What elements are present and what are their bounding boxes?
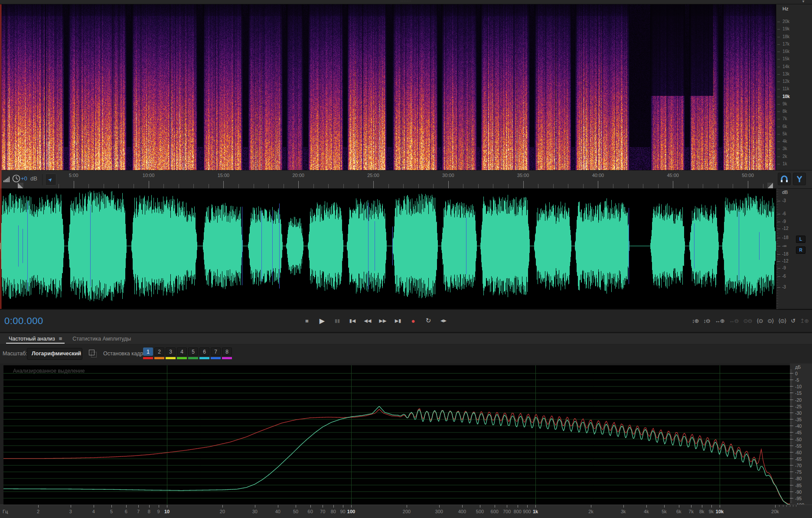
frequency-tick	[159, 505, 159, 508]
zoom-selection-button[interactable]: ⟨⊙⟩	[778, 318, 786, 324]
hold-frame-button-6[interactable]: 6	[199, 348, 209, 359]
panel-menu-arrow-icon[interactable]: ▼	[802, 0, 805, 3]
hz-scale-tick	[777, 82, 780, 82]
scale-dropdown[interactable]: Логарифмический ▾	[27, 348, 82, 360]
hold-frame-number: 5	[188, 348, 198, 356]
db-scale-tick	[777, 222, 780, 222]
hz-scale-label: 3k	[783, 146, 787, 151]
clock-icon[interactable]	[12, 174, 20, 183]
ruler-minor-tick	[59, 184, 59, 188]
pin-playhead-button[interactable]: ➤	[45, 174, 56, 186]
copy-icon[interactable]	[89, 350, 95, 355]
db-scale-label: -∞	[782, 243, 786, 248]
db-scale-tick	[777, 261, 780, 262]
db-scale-tick	[777, 276, 780, 277]
hold-frame-button-4[interactable]: 4	[177, 348, 187, 359]
hold-frame-button-5[interactable]: 5	[188, 348, 198, 359]
frequency-tick-label: 6k	[676, 509, 682, 514]
hold-frame-button-8[interactable]: 8	[222, 348, 232, 359]
db-scale-label: -6	[782, 274, 786, 279]
left-resize-grabber[interactable]	[18, 183, 23, 188]
spectrogram-display[interactable]	[0, 4, 776, 170]
ruler-minor-tick	[493, 184, 493, 188]
hold-frame-button-7[interactable]: 7	[211, 348, 221, 359]
ruler-minor-tick	[88, 184, 89, 188]
ruler-time-label: 50:00	[742, 173, 754, 178]
channel-right-button[interactable]: R	[796, 246, 805, 254]
skip-to-start-button[interactable]: ▮◀	[348, 318, 357, 324]
zoom-out-vertical-button[interactable]: ↕⊖	[703, 318, 710, 324]
hold-frame-button-3[interactable]: 3	[166, 348, 176, 359]
record-button[interactable]: ●	[409, 317, 417, 325]
ruler-minor-tick	[763, 184, 763, 188]
transport-buttons: ■▶▮▮▮◀◀◀▶▶▶▮●↻◀▶	[303, 315, 448, 327]
db-tick-label: -65	[795, 456, 802, 462]
playhead-line[interactable]	[0, 4, 1, 309]
frequency-tick	[702, 505, 702, 508]
waveform-display[interactable]	[0, 189, 776, 309]
ruler-minor-tick	[418, 184, 419, 188]
pause-button[interactable]: ▮▮	[333, 318, 342, 324]
db-tick-label: -5	[795, 377, 799, 383]
frequency-tick-label: 10	[164, 509, 170, 514]
hz-scale-tick	[777, 29, 780, 30]
zoom-in-vertical-button[interactable]: ↕⊕	[692, 318, 698, 324]
hold-frame-number: 3	[166, 348, 176, 356]
hz-scale-tick	[777, 111, 780, 112]
zoom-full-button: ↥⊕	[800, 318, 809, 324]
levels-icon[interactable]	[3, 176, 11, 182]
skip-selection-button[interactable]: ◀▶	[439, 318, 448, 323]
hz-scale-tick	[777, 127, 780, 127]
channel-left-button[interactable]: L	[796, 236, 805, 243]
gain-value[interactable]: +0	[21, 175, 27, 182]
timeline-ruler[interactable]: +0 dB ➤ 5:0010:0015:0020:0025:0030:0035:…	[0, 170, 812, 189]
frequency-tick-label: 3	[69, 509, 72, 514]
ruler-minor-tick	[254, 184, 254, 188]
db-scale-tick	[777, 238, 780, 238]
db-tick-label: -40	[795, 423, 802, 429]
db-scale-label: -6	[782, 211, 786, 216]
skip-to-end-button[interactable]: ▶▮	[394, 318, 402, 324]
db-tick-label: -10	[795, 384, 802, 389]
hz-scale-label: 4k	[783, 139, 787, 144]
panel-grip[interactable]: ·······	[401, 0, 412, 3]
db-tick	[790, 419, 793, 420]
frequency-minor-tick	[783, 505, 783, 507]
hz-scale-label: 17k	[783, 42, 789, 46]
zoom-selection-right-button[interactable]: ⊙⟩	[767, 318, 773, 324]
play-button[interactable]: ▶	[318, 317, 326, 325]
frequency-minor-tick	[793, 505, 793, 507]
ruler-minor-tick	[209, 184, 209, 188]
rewind-button[interactable]: ◀◀	[363, 318, 372, 324]
frequency-tick	[462, 505, 463, 508]
stop-button[interactable]: ■	[303, 318, 311, 324]
hz-scale-tick	[777, 52, 780, 52]
frequency-tick-label: 50	[293, 509, 298, 514]
frequency-tick-label: 600	[491, 509, 499, 514]
frequency-plot[interactable]	[3, 365, 790, 505]
ruler-minor-tick	[238, 184, 239, 188]
tab-frequency-analysis[interactable]: Частотный анализ ≡	[3, 333, 67, 344]
time-display[interactable]: 0:00.000	[4, 315, 43, 327]
hold-frame-color	[166, 357, 176, 359]
headphones-icon	[778, 173, 790, 185]
zoom-selection-left-button[interactable]: ⟨⊙	[757, 318, 763, 324]
tab-menu-icon[interactable]: ≡	[59, 335, 62, 342]
tab-amplitude-statistics[interactable]: Статистика Амплитуды	[67, 333, 136, 344]
hold-frame-button-1[interactable]: 1	[143, 348, 153, 359]
zoom-in-horizontal-button[interactable]: ↔⊕	[715, 318, 724, 324]
hz-scale-tick	[777, 157, 780, 157]
headphones-toggle-button[interactable]	[778, 173, 791, 185]
ruler-minor-tick	[613, 184, 613, 188]
zoom-time-button[interactable]: ↺	[791, 318, 795, 324]
fast-forward-button[interactable]: ▶▶	[378, 318, 387, 324]
frequency-analysis-panel: Анализированное выделение дБ 0-5-10-15-2…	[0, 364, 812, 518]
db-tick-label: -20	[795, 397, 802, 403]
frequency-tick	[71, 505, 71, 508]
frequency-tick	[591, 505, 591, 508]
hold-frame-button-2[interactable]: 2	[154, 348, 164, 359]
funnel-toggle-button[interactable]	[793, 173, 806, 185]
chevron-down-icon: ▾	[76, 351, 78, 357]
loop-playback-button[interactable]: ↻	[424, 317, 433, 325]
right-resize-grabber[interactable]	[767, 183, 773, 188]
